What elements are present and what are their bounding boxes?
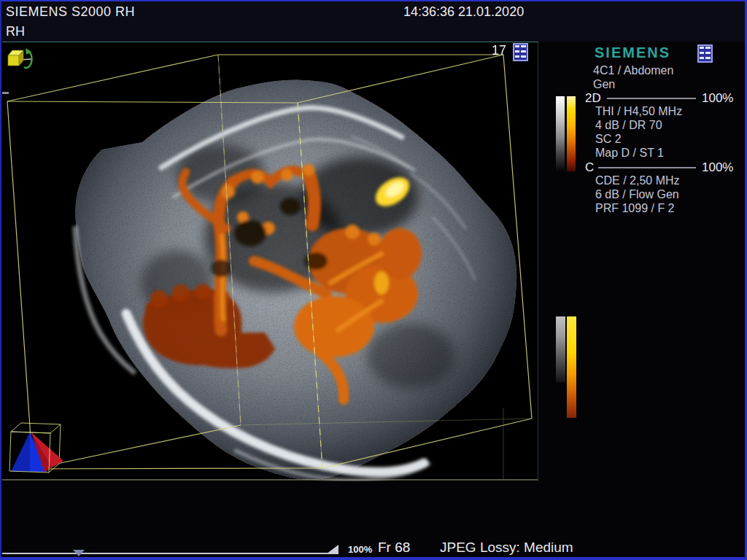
param-color-flow: 6 dB / Flow Gen	[595, 188, 679, 201]
mode-2d-divider	[607, 98, 696, 99]
rotation-cube-icon	[8, 48, 32, 68]
doppler-map-bar	[567, 96, 576, 171]
frame-counter: Fr 68	[378, 540, 410, 556]
param-2d-frequency: THI / H4,50 MHz	[595, 105, 682, 118]
ultrasound-image-area: 17	[2, 42, 538, 481]
datetime: 14:36:36 21.01.2020	[403, 4, 524, 20]
ultrasound-render	[2, 42, 538, 481]
focus-depth-tick	[2, 92, 9, 94]
transducer-label: 4C1 / Abdomen	[593, 64, 673, 77]
playhead-triangle-icon[interactable]	[73, 550, 85, 556]
param-color-prf: PRF 1099 / F 2	[595, 202, 675, 215]
screen-border-left	[0, 0, 1, 560]
siemens-logo: SIEMENS	[595, 44, 670, 61]
param-2d-sc: SC 2	[595, 133, 622, 146]
preset-label: Gen	[593, 78, 615, 91]
mode-color-gain: 100%	[702, 160, 733, 175]
param-2d-map: Map D / ST 1	[595, 147, 664, 160]
ramp-triangle-icon	[326, 545, 338, 554]
mode-2d-label: 2D	[585, 91, 601, 106]
cine-scroll-bar[interactable]	[2, 553, 337, 554]
film-strip-icon[interactable]	[513, 43, 528, 61]
orientation-cones-icon	[9, 423, 63, 472]
grayscale-render-bar	[556, 316, 565, 382]
compression-status: JPEG Lossy: Medium	[440, 540, 573, 556]
operator-id: RH	[6, 24, 25, 39]
doppler-render-bar	[567, 316, 576, 418]
mode-2d-gain: 100%	[702, 91, 733, 106]
param-2d-gain-dr: 4 dB / DR 70	[595, 119, 662, 132]
ultrasound-screen: SIEMENS S2000 RH 14:36:36 21.01.2020 RH	[0, 0, 747, 560]
mode-color-divider	[598, 167, 696, 168]
screen-border-bottom	[0, 557, 747, 560]
zoom-percent: 100%	[348, 544, 372, 555]
grayscale-map-bar	[556, 96, 565, 171]
system-name: SIEMENS S2000 RH	[6, 4, 135, 20]
clip-number: 17	[492, 43, 506, 58]
film-strip-icon[interactable]	[697, 44, 713, 63]
screen-border-top	[0, 0, 747, 1]
param-color-frequency: CDE / 2,50 MHz	[595, 174, 680, 187]
top-status-bar: SIEMENS S2000 RH 14:36:36 21.01.2020 RH	[1, 1, 745, 42]
mode-color-label: C	[585, 160, 594, 175]
